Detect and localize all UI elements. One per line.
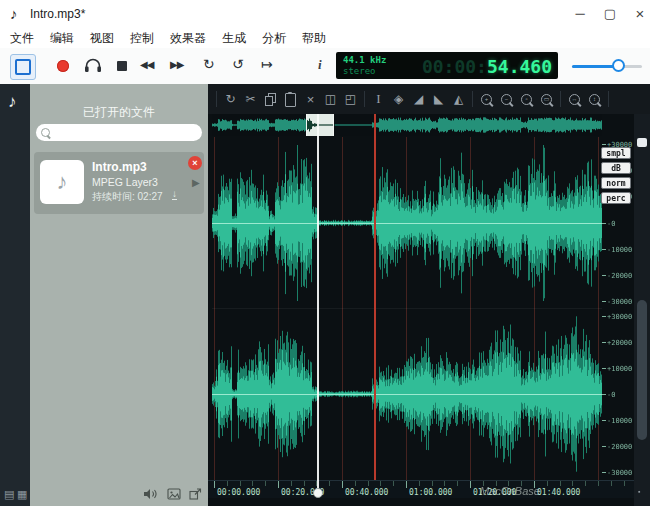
sample-rate-label: 44.1 kHz xyxy=(343,55,386,65)
file-duration: 持续时间: 02:27 xyxy=(92,190,163,204)
sidebar: 已打开的文件 ♪ Intro.mp3 MPEG Layer3 持续时间: 02:… xyxy=(30,84,208,506)
search-icon xyxy=(41,128,50,137)
close-button[interactable]: × xyxy=(626,0,650,28)
selection-tool-button[interactable] xyxy=(10,54,36,80)
selection-marker-line[interactable] xyxy=(374,114,376,480)
fade-in-icon[interactable]: ◢ xyxy=(412,91,425,107)
amp-label: -20000 xyxy=(602,272,632,280)
amp-label: +20000 xyxy=(602,339,632,347)
selection-icon[interactable]: I xyxy=(372,91,385,107)
waveform-canvas[interactable] xyxy=(212,137,602,480)
menu-item-5[interactable]: 生成 xyxy=(214,28,254,48)
amp-label: -30000 xyxy=(602,469,632,477)
window-title: Intro.mp3* xyxy=(30,7,85,21)
scale-button-perc[interactable]: perc xyxy=(601,192,631,204)
toolbar-separator xyxy=(472,91,473,107)
speaker-icon[interactable] xyxy=(143,488,157,500)
vertical-scrollbar-thumb[interactable] xyxy=(637,300,647,440)
menu-item-7[interactable]: 帮助 xyxy=(294,28,334,48)
scale-button-smpl[interactable]: smpl xyxy=(601,147,631,159)
scale-button-dB[interactable]: dB xyxy=(601,162,631,174)
maximize-button[interactable]: ▢ xyxy=(596,0,624,28)
fast-forward-button[interactable]: ▶▶ xyxy=(170,59,183,70)
scale-button-norm[interactable]: norm xyxy=(601,177,631,189)
ruler-label: 00:40.000 xyxy=(342,481,402,498)
volume-slider-knob[interactable] xyxy=(612,59,625,72)
copy-icon[interactable] xyxy=(264,91,277,107)
toolbar-separator xyxy=(216,91,217,107)
toolbar-separator xyxy=(608,91,609,107)
title-bar: ♪ Intro.mp3* ─ ▢ × xyxy=(0,0,650,29)
follow-playback-button[interactable]: ↦ xyxy=(261,56,273,72)
amp-label: -10000 xyxy=(602,417,632,425)
time-ruler[interactable]: 00:00.00000:20.00000:40.00001:00.00001:2… xyxy=(208,480,634,498)
wave-area: 00:00.00000:20.00000:40.00001:00.00001:2… xyxy=(208,114,634,506)
crop-icon[interactable]: ◰ xyxy=(344,91,357,107)
transport-toolbar: ◀◀ ▶▶ ↻ ↺ ↦ i 44.1 kHz stereo 00:00:54.4… xyxy=(0,48,650,85)
zoom-selection-icon[interactable]: ▫ xyxy=(520,91,533,107)
toolbar-separator xyxy=(560,91,561,107)
amp-label: -30000 xyxy=(602,298,632,306)
menu-item-2[interactable]: 视图 xyxy=(82,28,122,48)
lcd-display: 44.1 kHz stereo 00:00:54.460 xyxy=(336,52,558,79)
info-icon[interactable]: i xyxy=(318,57,322,73)
vertical-zoom-knob[interactable] xyxy=(637,138,647,147)
menu-item-0[interactable]: 文件 xyxy=(2,28,42,48)
scissors-icon[interactable]: ✂ xyxy=(244,91,257,107)
normalize-icon[interactable]: ◭ xyxy=(452,91,465,107)
play-file-icon[interactable]: ▶ xyxy=(192,177,200,188)
zoom-horizontal-icon[interactable]: ↔ xyxy=(568,91,581,107)
list-view-icon[interactable]: ▤ xyxy=(4,488,14,501)
menu-item-1[interactable]: 编辑 xyxy=(42,28,82,48)
rewind-button[interactable]: ◀◀ xyxy=(140,59,153,70)
undo-icon[interactable]: ↻ xyxy=(224,91,237,107)
trim-icon[interactable]: ◫ xyxy=(324,91,337,107)
vertical-scroll-column: ▪ xyxy=(634,114,650,506)
zoom-vertical-icon[interactable]: ↕ xyxy=(588,91,601,107)
menu-bar: 文件编辑视图控制效果器生成分析帮助 xyxy=(0,28,650,48)
toolbar-separator xyxy=(364,91,365,107)
channel-mode-label: stereo xyxy=(343,66,376,76)
ruler-label: 01:00.000 xyxy=(406,481,466,498)
loop-once-button[interactable]: ↺ xyxy=(232,56,244,72)
headphones-icon[interactable] xyxy=(84,58,102,73)
amp-label: -0 xyxy=(602,391,615,399)
wave-edit-toolbar: ↻✂×◫◰I◈◢◣◭+−▫▭↔↕ xyxy=(208,84,650,114)
marker-icon[interactable]: ◈ xyxy=(392,91,405,107)
ruler-label: 01:40.000 xyxy=(534,481,594,498)
ruler-label: 00:20.000 xyxy=(278,481,338,498)
menu-item-3[interactable]: 控制 xyxy=(122,28,162,48)
fade-out-icon[interactable]: ◣ xyxy=(432,91,445,107)
audio-file-tab-icon[interactable]: ♪ xyxy=(8,92,17,112)
menu-item-4[interactable]: 效果器 xyxy=(162,28,214,48)
minimize-button[interactable]: ─ xyxy=(566,0,594,28)
record-button[interactable] xyxy=(57,60,69,72)
search-input[interactable] xyxy=(36,124,202,141)
playhead-line[interactable] xyxy=(317,114,319,494)
left-rail: ♪ ▤ ▦ xyxy=(0,84,30,506)
file-type-icon: ♪ xyxy=(40,160,84,204)
delete-icon[interactable]: × xyxy=(304,91,317,107)
overview-canvas[interactable] xyxy=(212,114,602,136)
zoom-out-icon[interactable]: − xyxy=(500,91,513,107)
zoom-in-icon[interactable]: + xyxy=(480,91,493,107)
file-name: Intro.mp3 xyxy=(92,160,147,174)
download-icon[interactable]: ↓ xyxy=(172,188,177,200)
amp-label: +30000 xyxy=(602,313,632,321)
amp-label: -20000 xyxy=(602,443,632,451)
zoom-all-icon[interactable]: ▭ xyxy=(540,91,553,107)
amp-label: +10000 xyxy=(602,365,632,373)
loop-button[interactable]: ↻ xyxy=(203,56,215,72)
playhead-handle[interactable] xyxy=(313,488,323,498)
corner-resize-icon: ▪ xyxy=(638,488,640,495)
file-list-item[interactable]: ♪ Intro.mp3 MPEG Layer3 持续时间: 02:27 ↓ ▶ … xyxy=(34,152,204,214)
grid-view-icon[interactable]: ▦ xyxy=(17,488,27,501)
amp-label: -0 xyxy=(602,220,615,228)
popout-icon[interactable] xyxy=(189,488,202,500)
paste-icon[interactable] xyxy=(284,91,297,107)
stop-button[interactable] xyxy=(117,61,127,71)
close-file-button[interactable]: × xyxy=(188,156,202,170)
image-icon[interactable] xyxy=(167,488,181,500)
ruler-label: 00:00.000 xyxy=(214,481,274,498)
menu-item-6[interactable]: 分析 xyxy=(254,28,294,48)
